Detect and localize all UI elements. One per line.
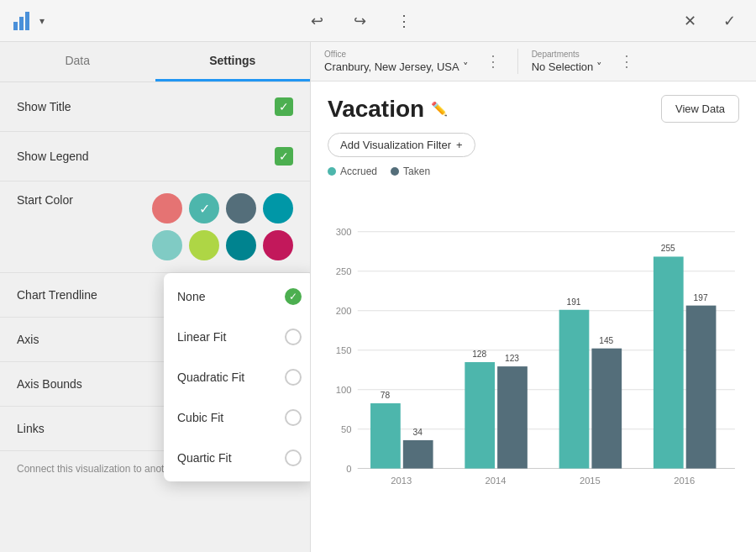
trendline-none-radio[interactable]: ✓	[285, 288, 302, 305]
filter-separator	[517, 49, 518, 74]
bar-label-2014-taken: 123	[505, 354, 519, 363]
departments-filter: Departments No Selection ˅	[532, 50, 603, 73]
bar-2015-taken	[591, 349, 622, 469]
legend-taken-dot	[391, 167, 399, 176]
swatch-teal-selected[interactable]: ✓	[189, 193, 219, 223]
x-label-2015: 2015	[580, 476, 601, 486]
trendline-option-cubic[interactable]: Cubic Fit	[164, 397, 311, 438]
trendline-dropdown: None ✓ Linear Fit Quadratic Fit Cubic Fi…	[164, 273, 311, 481]
office-filter-value[interactable]: Cranbury, New Jersey, USA ˅	[324, 60, 469, 73]
legend-accrued-dot	[328, 167, 336, 176]
right-panel: Office Cranbury, New Jersey, USA ˅ ⋮ Dep…	[311, 42, 756, 552]
bar-2016-accrued	[654, 256, 684, 468]
departments-filter-value[interactable]: No Selection ˅	[532, 60, 603, 73]
swatch-medium-teal[interactable]	[226, 230, 256, 260]
y-label-100: 100	[336, 385, 352, 395]
departments-value-text: No Selection	[532, 60, 594, 73]
viz-header: Vacation ✏️ View Data	[328, 95, 739, 123]
bar-2014-taken	[497, 366, 528, 468]
swatch-light-teal[interactable]	[152, 230, 182, 260]
swatch-pink[interactable]	[263, 230, 293, 260]
chart-type-icon[interactable]	[13, 12, 29, 30]
trendline-quadratic-radio[interactable]	[285, 369, 302, 386]
viz-title-row: Vacation ✏️	[328, 96, 448, 123]
redo-button[interactable]: ↪	[347, 8, 373, 34]
start-color-row: Start Color ✓	[0, 181, 310, 273]
bar-label-2015-accrued: 191	[566, 297, 580, 307]
toolbar-center: ↩ ↪ ⋮	[304, 8, 418, 34]
show-title-label: Show Title	[17, 100, 71, 113]
swatch-dark-teal[interactable]	[263, 193, 293, 223]
close-button[interactable]: ✕	[677, 8, 703, 34]
tab-settings[interactable]: Settings	[155, 42, 311, 81]
viz-title: Vacation	[328, 96, 424, 123]
swatch-lime[interactable]	[189, 230, 219, 260]
trendline-cubic-label: Cubic Fit	[177, 411, 223, 424]
chart-trendline-row: Chart Trendline None ✓ Linear Fit Quadra…	[0, 273, 310, 318]
x-label-2016: 2016	[674, 476, 695, 486]
view-data-button[interactable]: View Data	[661, 95, 739, 123]
trendline-quartic-label: Quartic Fit	[177, 451, 232, 465]
show-legend-row: Show Legend ✓	[0, 132, 310, 181]
x-label-2014: 2014	[486, 476, 507, 486]
office-chevron-icon: ˅	[463, 60, 469, 73]
show-legend-checkbox[interactable]: ✓	[275, 147, 293, 166]
trendline-option-quartic[interactable]: Quartic Fit	[164, 438, 311, 478]
add-filter-row: Add Visualization Filter +	[328, 133, 739, 157]
tab-data[interactable]: Data	[0, 42, 155, 81]
bar-label-2014-accrued: 128	[472, 350, 486, 359]
departments-chevron-icon: ˅	[596, 60, 602, 73]
add-filter-plus-icon: +	[456, 139, 463, 151]
swatch-row-2	[152, 230, 293, 260]
y-label-50: 50	[341, 424, 351, 434]
show-legend-label: Show Legend	[17, 150, 89, 163]
trendline-option-linear[interactable]: Linear Fit	[164, 317, 311, 357]
chart-type-chevron[interactable]: ▾	[39, 15, 45, 27]
toolbar-left: ▾	[13, 12, 45, 30]
bar-2013-accrued	[370, 403, 401, 469]
office-more-button[interactable]: ⋮	[482, 52, 504, 71]
edit-title-icon[interactable]: ✏️	[431, 101, 448, 117]
start-color-label: Start Color	[17, 193, 73, 207]
bar-label-2013-taken: 34	[413, 428, 423, 437]
office-value-text: Cranbury, New Jersey, USA	[324, 60, 459, 73]
trendline-option-none[interactable]: None ✓	[164, 276, 311, 317]
trendline-option-quadratic[interactable]: Quadratic Fit	[164, 357, 311, 397]
bar-2013-taken	[403, 440, 433, 469]
trendline-cubic-radio[interactable]	[285, 409, 302, 426]
y-label-0: 0	[346, 464, 351, 474]
legend-taken: Taken	[391, 166, 430, 177]
filter-bar: Office Cranbury, New Jersey, USA ˅ ⋮ Dep…	[311, 42, 756, 81]
settings-section: Show Title ✓ Show Legend ✓ Start Color ✓	[0, 82, 310, 486]
visualization-area: Vacation ✏️ View Data Add Visualization …	[311, 81, 756, 552]
x-label-2013: 2013	[391, 476, 412, 486]
trendline-linear-label: Linear Fit	[177, 330, 226, 344]
trendline-none-label: None	[177, 290, 205, 303]
trendline-linear-radio[interactable]	[285, 329, 302, 345]
departments-filter-label: Departments	[532, 50, 603, 59]
bar-label-2013-accrued: 78	[381, 391, 391, 400]
bar-label-2016-taken: 197	[694, 293, 708, 302]
bar-2015-accrued	[559, 310, 590, 469]
y-label-300: 300	[336, 227, 352, 237]
y-label-200: 200	[336, 306, 352, 316]
trendline-quartic-radio[interactable]	[285, 449, 302, 466]
top-toolbar: ▾ ↩ ↪ ⋮ ✕ ✓	[0, 0, 756, 42]
add-filter-label: Add Visualization Filter	[340, 139, 451, 151]
confirm-button[interactable]: ✓	[717, 8, 743, 34]
more-button[interactable]: ⋮	[390, 8, 418, 34]
tabs: Data Settings	[0, 42, 310, 82]
departments-more-button[interactable]: ⋮	[616, 52, 638, 71]
swatch-dark-gray[interactable]	[226, 193, 256, 223]
bar-2016-taken	[686, 306, 717, 469]
undo-button[interactable]: ↩	[304, 8, 330, 34]
bar-2014-accrued	[465, 362, 495, 469]
legend-taken-label: Taken	[403, 166, 430, 177]
swatch-coral[interactable]	[152, 193, 182, 223]
add-filter-button[interactable]: Add Visualization Filter +	[328, 133, 475, 157]
bar-label-2015-taken: 145	[599, 336, 613, 345]
show-title-checkbox[interactable]: ✓	[275, 97, 293, 116]
legend-row: Accrued Taken	[328, 166, 739, 177]
legend-accrued-label: Accrued	[340, 166, 377, 177]
show-title-row: Show Title ✓	[0, 82, 310, 132]
